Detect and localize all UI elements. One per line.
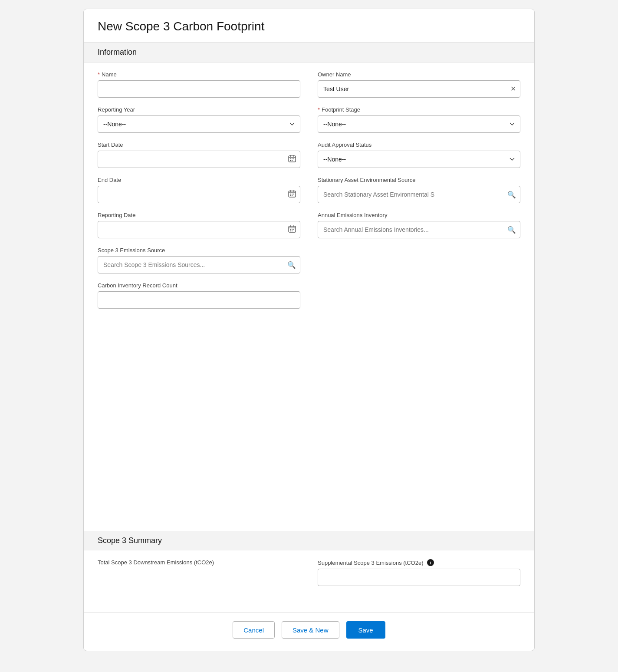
scope3-emissions-input[interactable] [98, 256, 300, 273]
information-section-header: Information [84, 43, 534, 63]
modal-footer: Cancel Save & New Save [84, 612, 534, 651]
scope3-summary-section-header: Scope 3 Summary [84, 531, 534, 550]
col-name: * Name [98, 71, 300, 98]
save-button[interactable]: Save [346, 621, 385, 639]
row-start-date-audit: Start Date [98, 142, 520, 168]
start-date-input[interactable] [98, 151, 300, 168]
col-scope3-emissions: Scope 3 Emissions Source 🔍 [98, 247, 300, 273]
modal-container: New Scope 3 Carbon Footprint Information… [83, 9, 535, 651]
supplemental-scope3-info-icon[interactable]: i [427, 559, 434, 566]
end-date-input[interactable] [98, 186, 300, 203]
footprint-stage-select[interactable]: --None-- [318, 115, 520, 133]
row-reporting-year-footprint: Reporting Year --None-- * Footprint Stag… [98, 106, 520, 133]
row-carbon-inventory: Carbon Inventory Record Count [98, 282, 520, 309]
start-date-wrapper [98, 151, 300, 168]
supplemental-scope3-label: Supplemental Scope 3 Emissions (tCO2e) i [318, 559, 520, 566]
col-empty-2 [318, 282, 520, 309]
owner-name-wrapper: ✕ [318, 80, 520, 98]
annual-emissions-wrapper: 🔍 [318, 221, 520, 238]
name-label: * Name [98, 71, 300, 78]
cancel-button[interactable]: Cancel [233, 621, 275, 639]
annual-emissions-input[interactable] [318, 221, 520, 238]
scope3-summary-body: Total Scope 3 Downstream Emissions (tCO2… [84, 550, 534, 612]
row-scope3-emissions: Scope 3 Emissions Source 🔍 [98, 247, 520, 273]
scope3-emissions-label: Scope 3 Emissions Source [98, 247, 300, 254]
row-reporting-date-annual: Reporting Date [98, 212, 520, 238]
col-carbon-inventory: Carbon Inventory Record Count [98, 282, 300, 309]
total-scope3-downstream-label: Total Scope 3 Downstream Emissions (tCO2… [98, 559, 300, 566]
carbon-inventory-input[interactable] [98, 291, 300, 309]
reporting-date-input[interactable] [98, 221, 300, 238]
scope3-emissions-wrapper: 🔍 [98, 256, 300, 273]
end-date-wrapper [98, 186, 300, 203]
col-footprint-stage: * Footprint Stage --None-- [318, 106, 520, 133]
form-body: * Name Owner Name ✕ Reporting Year [84, 63, 534, 531]
start-date-label: Start Date [98, 142, 300, 148]
audit-approval-label: Audit Approval Status [318, 142, 520, 148]
row-scope3-summary: Total Scope 3 Downstream Emissions (tCO2… [98, 559, 520, 586]
carbon-inventory-label: Carbon Inventory Record Count [98, 282, 300, 289]
col-stationary-asset: Stationary Asset Environmental Source 🔍 [318, 177, 520, 203]
annual-emissions-label: Annual Emissions Inventory [318, 212, 520, 218]
name-required-star: * [98, 71, 100, 78]
footprint-stage-label: * Footprint Stage [318, 106, 520, 113]
save-new-button[interactable]: Save & New [282, 621, 339, 639]
row-end-date-stationary: End Date [98, 177, 520, 203]
col-end-date: End Date [98, 177, 300, 203]
reporting-date-label: Reporting Date [98, 212, 300, 218]
col-owner-name: Owner Name ✕ [318, 71, 520, 98]
supplemental-scope3-input[interactable] [318, 569, 520, 586]
owner-name-label: Owner Name [318, 71, 520, 78]
col-total-scope3-downstream: Total Scope 3 Downstream Emissions (tCO2… [98, 559, 300, 586]
col-start-date: Start Date [98, 142, 300, 168]
clear-owner-icon[interactable]: ✕ [510, 86, 516, 92]
audit-approval-select[interactable]: --None-- [318, 151, 520, 168]
col-audit-approval: Audit Approval Status --None-- [318, 142, 520, 168]
owner-name-input[interactable] [318, 80, 520, 98]
footprint-stage-required-star: * [318, 106, 320, 113]
stationary-asset-label: Stationary Asset Environmental Source [318, 177, 520, 183]
page-title: New Scope 3 Carbon Footprint [84, 9, 534, 43]
col-reporting-year: Reporting Year --None-- [98, 106, 300, 133]
stationary-asset-input[interactable] [318, 186, 520, 203]
reporting-year-select[interactable]: --None-- [98, 115, 300, 133]
col-empty-1 [318, 247, 520, 273]
reporting-date-wrapper [98, 221, 300, 238]
col-annual-emissions: Annual Emissions Inventory 🔍 [318, 212, 520, 238]
reporting-year-label: Reporting Year [98, 106, 300, 113]
name-input[interactable] [98, 80, 300, 98]
col-supplemental-scope3: Supplemental Scope 3 Emissions (tCO2e) i [318, 559, 520, 586]
stationary-asset-wrapper: 🔍 [318, 186, 520, 203]
col-reporting-date: Reporting Date [98, 212, 300, 238]
row-name-owner: * Name Owner Name ✕ [98, 71, 520, 98]
end-date-label: End Date [98, 177, 300, 183]
